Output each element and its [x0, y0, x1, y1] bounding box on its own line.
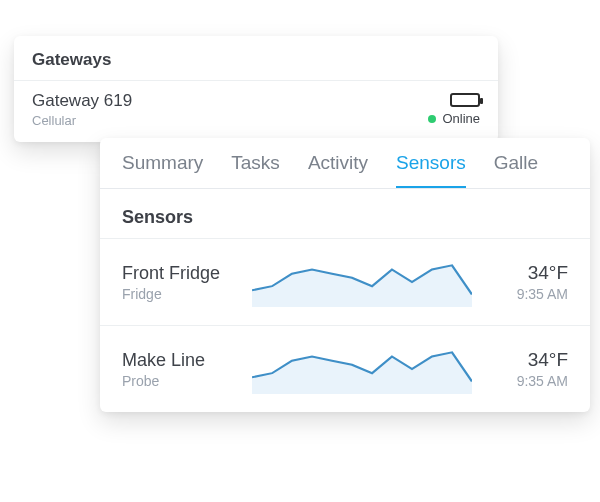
status-dot-icon	[428, 115, 436, 123]
sensor-sparkline	[252, 257, 472, 307]
sensor-type: Probe	[122, 373, 242, 389]
sensor-timestamp: 9:35 AM	[482, 286, 568, 302]
gateway-row[interactable]: Gateway 619 Cellular Online	[14, 80, 498, 142]
status-label: Online	[442, 111, 480, 126]
sensor-sparkline	[252, 344, 472, 394]
gateways-card: Gateways Gateway 619 Cellular Online	[14, 36, 498, 142]
tab-sensors[interactable]: Sensors	[396, 152, 466, 189]
gateway-row-right: Online	[428, 93, 480, 126]
status-badge: Online	[428, 111, 480, 126]
tab-activity[interactable]: Activity	[308, 152, 368, 188]
gateway-row-left: Gateway 619 Cellular	[32, 91, 132, 128]
sensors-card: Summary Tasks Activity Sensors Galle Sen…	[100, 138, 590, 412]
gateway-connection-type: Cellular	[32, 113, 132, 128]
tabs: Summary Tasks Activity Sensors Galle	[100, 138, 590, 189]
sensor-row[interactable]: Front Fridge Fridge 34°F 9:35 AM	[100, 238, 590, 325]
sensor-timestamp: 9:35 AM	[482, 373, 568, 389]
sensor-name: Front Fridge	[122, 263, 242, 284]
tab-tasks[interactable]: Tasks	[231, 152, 280, 188]
sensor-right: 34°F 9:35 AM	[482, 349, 568, 389]
gateway-name: Gateway 619	[32, 91, 132, 111]
sensor-right: 34°F 9:35 AM	[482, 262, 568, 302]
tab-summary[interactable]: Summary	[122, 152, 203, 188]
sensor-value: 34°F	[482, 262, 568, 284]
sensor-value: 34°F	[482, 349, 568, 371]
sensor-type: Fridge	[122, 286, 242, 302]
battery-icon	[450, 93, 480, 107]
sensors-section-title: Sensors	[100, 189, 590, 238]
tab-gallery[interactable]: Galle	[494, 152, 538, 188]
sensor-name: Make Line	[122, 350, 242, 371]
gateways-section-title: Gateways	[14, 36, 498, 80]
sensor-row[interactable]: Make Line Probe 34°F 9:35 AM	[100, 325, 590, 412]
sensor-left: Front Fridge Fridge	[122, 263, 242, 302]
sensor-left: Make Line Probe	[122, 350, 242, 389]
